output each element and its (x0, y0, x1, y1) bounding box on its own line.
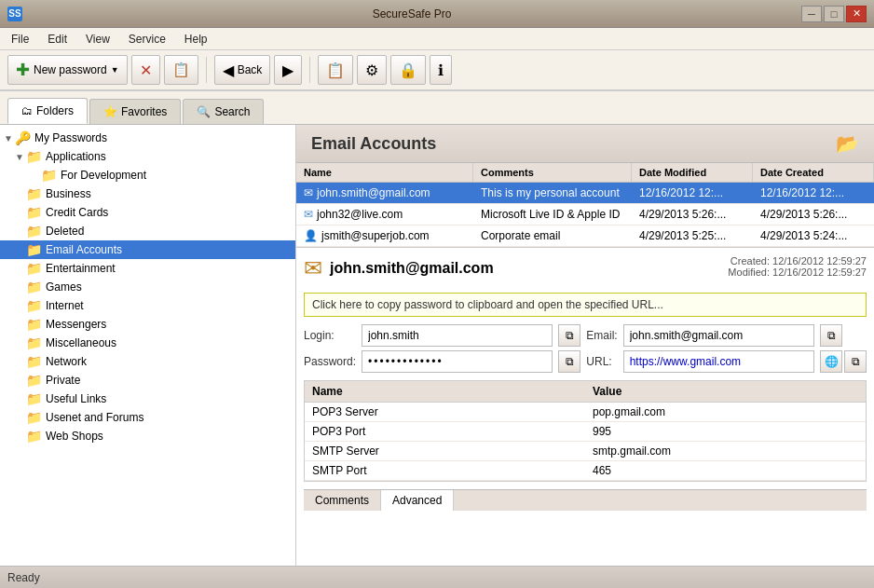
menu-help[interactable]: Help (177, 31, 215, 48)
menu-file[interactable]: File (4, 31, 36, 48)
url-open-button[interactable]: 🌐 (820, 350, 842, 373)
business-label: Business (46, 187, 91, 200)
content-header: Email Accounts 📂 (296, 125, 874, 163)
sidebar-item-games[interactable]: 📁 Games (0, 278, 295, 296)
tab-search[interactable]: 🔍 Search (183, 99, 264, 124)
login-input[interactable] (362, 324, 553, 347)
menu-view[interactable]: View (78, 31, 117, 48)
tab-favorites-label: Favorites (121, 105, 167, 118)
extra-col-name: Name (305, 381, 585, 402)
col-header-comments[interactable]: Comments (473, 163, 632, 182)
misc-label: Miscellaneous (46, 336, 116, 349)
password-input[interactable] (362, 350, 553, 373)
close-button[interactable]: ✕ (846, 6, 867, 22)
useful-links-toggle (15, 394, 26, 404)
sidebar-item-useful-links[interactable]: 📁 Useful Links (0, 390, 295, 408)
dropdown-arrow-icon: ▼ (111, 65, 119, 75)
minimize-button[interactable]: ─ (801, 6, 822, 22)
url-input[interactable] (623, 350, 814, 373)
col-header-name[interactable]: Name (296, 163, 473, 182)
new-password-button[interactable]: ✚ New password ▼ (7, 55, 128, 85)
sidebar-item-applications[interactable]: ▼ 📁 Applications (0, 147, 295, 166)
modified-value: 12/16/2012 12:59:27 (772, 267, 867, 278)
nav-tabs: 🗂 Folders ⭐ Favorites 🔍 Search (0, 91, 874, 125)
extra-info-table: Name Value POP3 Server pop.gmail.com POP… (304, 380, 867, 482)
settings-button[interactable]: ⚙ (357, 55, 387, 85)
pop3-port-name: POP3 Port (305, 422, 585, 441)
maximize-button[interactable]: □ (824, 6, 844, 22)
back-button[interactable]: ◀ Back (214, 55, 271, 85)
sidebar-item-entertainment[interactable]: 📁 Entertainment (0, 259, 295, 278)
credit-cards-folder-icon: 📁 (26, 205, 42, 220)
col-header-modified[interactable]: Date Modified (632, 163, 753, 182)
url-copy-button[interactable]: ⧉ (844, 350, 867, 373)
business-toggle (15, 189, 26, 199)
messengers-folder-icon: 📁 (26, 317, 42, 332)
sidebar-item-network[interactable]: 📁 Network (0, 352, 295, 371)
menu-service[interactable]: Service (121, 31, 173, 48)
tab-folders[interactable]: 🗂 Folders (7, 98, 88, 124)
sidebar-item-business[interactable]: 📁 Business (0, 185, 295, 203)
network-toggle (15, 357, 26, 367)
password-copy-button[interactable]: ⧉ (558, 350, 580, 373)
sidebar-item-web-shops[interactable]: 📁 Web Shops (0, 427, 295, 445)
row1-name: ✉ john.smith@gmail.com (296, 183, 473, 203)
web-shops-folder-icon: 📁 (26, 429, 42, 444)
row2-modified: 4/29/2013 5:26:... (632, 204, 753, 225)
sidebar-item-email-accounts[interactable]: 📁 Email Accounts (0, 240, 295, 259)
web-shops-label: Web Shops (46, 430, 103, 443)
sidebar-item-usenet-forums[interactable]: 📁 Usenet and Forums (0, 408, 295, 427)
tab-comments[interactable]: Comments (304, 490, 381, 511)
extra-table-row[interactable]: POP3 Port 995 (305, 422, 866, 442)
url-click-bar[interactable]: Click here to copy password to clipboard… (304, 293, 867, 317)
tab-favorites[interactable]: ⭐ Favorites (89, 99, 181, 124)
login-copy-button[interactable]: ⧉ (558, 324, 580, 347)
email-entry-icon: ✉ (304, 186, 313, 199)
for-dev-folder-icon: 📁 (41, 168, 57, 183)
toolbar-separator-2 (309, 57, 310, 83)
detail-name: john.smith@gmail.com (330, 260, 494, 277)
copy-button[interactable]: 📋 (164, 55, 198, 85)
extra-table-row[interactable]: SMTP Server smtp.gmail.com (305, 442, 866, 461)
network-label: Network (46, 355, 87, 368)
info-button[interactable]: ℹ (430, 55, 452, 85)
sidebar-item-internet[interactable]: 📁 Internet (0, 296, 295, 315)
col-header-created[interactable]: Date Created (753, 163, 874, 182)
sidebar-item-credit-cards[interactable]: 📁 Credit Cards (0, 203, 295, 222)
created-label: Created: (731, 255, 770, 267)
table-row[interactable]: ✉ john.smith@gmail.com This is my person… (296, 183, 874, 204)
tab-advanced[interactable]: Advanced (381, 490, 454, 511)
delete-button[interactable]: ✕ (131, 55, 160, 85)
sidebar-item-messengers[interactable]: 📁 Messengers (0, 315, 295, 334)
email-input[interactable] (623, 324, 814, 347)
table-row[interactable]: 👤 jsmith@superjob.com Corporate email 4/… (296, 226, 874, 247)
view-button[interactable]: 📋 (318, 55, 353, 85)
row2-name: ✉ john32@live.com (296, 204, 473, 225)
extra-table-row[interactable]: POP3 Server pop.gmail.com (305, 403, 866, 422)
email-accounts-label: Email Accounts (46, 243, 122, 256)
detail-email-icon: ✉ (304, 255, 322, 281)
table-row[interactable]: ✉ john32@live.com Microsoft Live ID & Ap… (296, 204, 874, 226)
toolbar-separator-1 (206, 57, 207, 83)
extra-table-row[interactable]: SMTP Port 465 (305, 461, 866, 481)
sidebar-item-miscellaneous[interactable]: 📁 Miscellaneous (0, 334, 295, 352)
window-title: SecureSafe Pro (22, 7, 801, 21)
lock-button[interactable]: 🔒 (390, 55, 426, 85)
back-label: Back (238, 63, 263, 76)
messengers-label: Messengers (46, 318, 106, 331)
tree-root[interactable]: ▼ 🔑 My Passwords (0, 129, 295, 147)
sidebar-item-private[interactable]: 📁 Private (0, 371, 295, 390)
root-toggle: ▼ (4, 133, 15, 144)
row1-modified: 12/16/2012 12:... (632, 183, 753, 203)
menu-edit[interactable]: Edit (40, 31, 75, 48)
pop3-port-value: 995 (585, 422, 866, 441)
tab-folders-label: Folders (36, 104, 74, 117)
entertainment-folder-icon: 📁 (26, 261, 42, 276)
root-icon: 🔑 (15, 130, 31, 145)
forward-button[interactable]: ▶ (274, 55, 302, 85)
toolbar: ✚ New password ▼ ✕ 📋 ◀ Back ▶ 📋 ⚙ 🔒 ℹ (0, 50, 874, 91)
email-copy-button[interactable]: ⧉ (820, 324, 842, 347)
row3-comments: Corporate email (473, 226, 632, 246)
sidebar-item-deleted[interactable]: 📁 Deleted (0, 222, 295, 240)
sidebar-item-for-development[interactable]: 📁 For Development (0, 166, 295, 185)
